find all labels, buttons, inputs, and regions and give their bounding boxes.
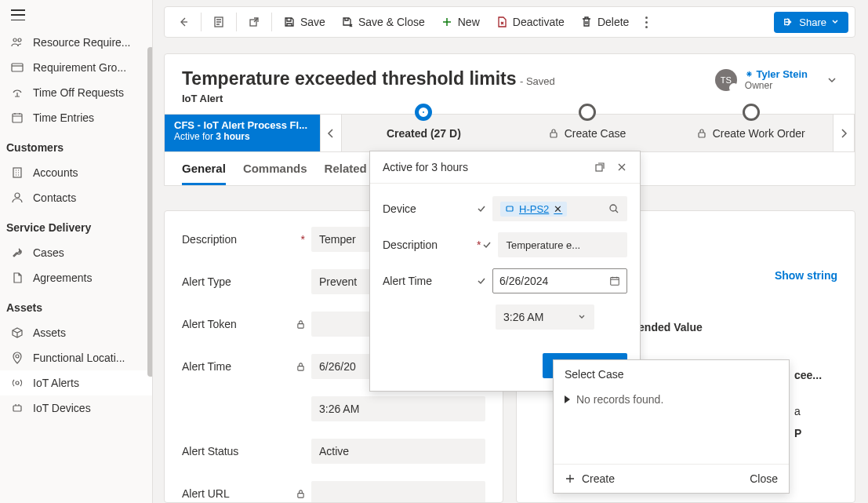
sidebar-section-customers: Customers bbox=[0, 130, 152, 160]
sidebar-item-requirement-groups[interactable]: Requirement Gro... bbox=[0, 55, 152, 80]
bpf-stage-created[interactable]: Created (27 D) bbox=[342, 115, 506, 151]
owner-field[interactable]: TS ⁕ Tyler Stein Owner bbox=[715, 68, 837, 91]
flyout-description-label: Description bbox=[383, 239, 477, 251]
lock-icon bbox=[296, 363, 311, 371]
lookup-close-button[interactable]: Close bbox=[750, 472, 778, 485]
bpf-flow-info[interactable]: CFS - IoT Alert Process Fl... Active for… bbox=[165, 115, 320, 151]
flyout-description-input[interactable]: Temperature e... bbox=[498, 232, 627, 257]
chevron-down-icon bbox=[577, 312, 587, 322]
sidebar-item-cases[interactable]: Cases bbox=[0, 240, 152, 265]
lookup-pill[interactable]: H-PS2 ✕ bbox=[500, 202, 567, 217]
sidebar-scrollbar[interactable] bbox=[147, 47, 153, 377]
new-button[interactable]: New bbox=[434, 11, 486, 33]
save-close-button[interactable]: Save & Close bbox=[335, 11, 431, 33]
plus-icon bbox=[565, 473, 576, 484]
dock-icon[interactable] bbox=[594, 162, 605, 173]
flyout-device-label: Device bbox=[383, 202, 477, 215]
sidebar-item-accounts[interactable]: Accounts bbox=[0, 160, 152, 185]
sidebar-item-assets[interactable]: Assets bbox=[0, 320, 152, 345]
svg-rect-3 bbox=[13, 114, 22, 122]
flyout-time-input[interactable]: 3:26 AM bbox=[496, 304, 594, 330]
expand-icon[interactable] bbox=[565, 395, 570, 403]
sidebar-item-label: Requirement Gro... bbox=[33, 61, 126, 74]
sidebar-item-contacts[interactable]: Contacts bbox=[0, 185, 152, 210]
tab-related[interactable]: Related bbox=[325, 162, 367, 185]
alert-status-label: Alert Status bbox=[182, 445, 311, 457]
bpf-stage-label: Created (27 D) bbox=[387, 127, 461, 140]
sidebar-item-functional-locations[interactable]: Functional Locati... bbox=[0, 345, 152, 370]
svg-rect-2 bbox=[12, 64, 23, 71]
flyout-device-lookup[interactable]: H-PS2 ✕ bbox=[492, 196, 627, 221]
sidebar-item-agreements[interactable]: Agreements bbox=[0, 265, 152, 290]
popout-button[interactable] bbox=[242, 11, 267, 33]
tab-commands[interactable]: Commands bbox=[243, 162, 307, 185]
close-icon[interactable] bbox=[616, 162, 627, 173]
command-bar: Save Save & Close New Deactivate Delete bbox=[164, 6, 855, 38]
owner-name[interactable]: ⁕ Tyler Stein bbox=[745, 68, 808, 80]
iot-alert-icon bbox=[11, 377, 24, 389]
sidebar-item-iot-devices[interactable]: IoT Devices bbox=[0, 395, 152, 421]
people-icon bbox=[11, 36, 24, 49]
chevron-down-icon[interactable] bbox=[826, 75, 837, 86]
group-icon bbox=[11, 61, 24, 74]
svg-point-6 bbox=[16, 355, 19, 358]
plus-icon bbox=[441, 16, 453, 28]
bpf-next-button[interactable] bbox=[833, 115, 855, 151]
share-button[interactable]: Share bbox=[774, 12, 848, 33]
cube-icon bbox=[11, 326, 24, 339]
lookup-title: Select Case bbox=[554, 360, 789, 388]
chevron-down-icon bbox=[831, 18, 839, 26]
lock-icon bbox=[697, 129, 706, 138]
deactivate-icon bbox=[496, 16, 508, 28]
deactivate-button[interactable]: Deactivate bbox=[489, 11, 571, 33]
bpf-prev-button[interactable] bbox=[320, 115, 342, 151]
save-button[interactable]: Save bbox=[277, 11, 332, 33]
flyout-date-input[interactable]: 6/26/2024 bbox=[492, 268, 627, 293]
sidebar-item-time-off[interactable]: Time Off Requests bbox=[0, 80, 152, 105]
save-close-icon bbox=[341, 16, 354, 28]
iot-device-icon bbox=[11, 402, 24, 414]
calendar-icon[interactable] bbox=[609, 275, 620, 286]
sidebar-item-label: Functional Locati... bbox=[33, 352, 125, 364]
check-icon bbox=[482, 240, 492, 250]
bpf-stage-indicator-icon bbox=[579, 104, 596, 121]
remove-lookup-icon[interactable]: ✕ bbox=[554, 203, 562, 215]
hamburger-icon bbox=[11, 9, 25, 20]
search-icon[interactable] bbox=[608, 203, 619, 214]
svg-rect-4 bbox=[13, 168, 21, 177]
sidebar-item-resource-requirements[interactable]: Resource Require... bbox=[0, 30, 152, 55]
hamburger-button[interactable] bbox=[0, 0, 152, 30]
sidebar: Resource Require... Requirement Gro... T… bbox=[0, 0, 153, 503]
avatar: TS bbox=[715, 69, 737, 91]
date-value: 6/26/2024 bbox=[499, 275, 548, 287]
tab-general[interactable]: General bbox=[182, 162, 226, 185]
record-title: Temperature exceeded threshold limits bbox=[182, 68, 517, 89]
delete-button[interactable]: Delete bbox=[574, 11, 635, 33]
svg-rect-20 bbox=[611, 278, 619, 286]
lookup-create-button[interactable]: Create bbox=[565, 472, 615, 485]
back-button[interactable] bbox=[171, 11, 196, 33]
bpf-active-indicator-icon bbox=[415, 104, 432, 121]
lookup-value: H-PS2 bbox=[519, 203, 549, 215]
sidebar-item-label: IoT Alerts bbox=[33, 377, 79, 389]
alert-url-label: Alert URL bbox=[182, 487, 311, 500]
create-label: Create bbox=[582, 472, 615, 485]
bpf-stage-create-case[interactable]: Create Case bbox=[506, 115, 670, 151]
sidebar-item-time-entries[interactable]: Time Entries bbox=[0, 105, 152, 130]
device-icon bbox=[505, 204, 514, 213]
sidebar-item-label: Accounts bbox=[33, 166, 78, 179]
bpf-stage-create-work-order[interactable]: Create Work Order bbox=[669, 115, 833, 151]
bpf-stage-flyout: Active for 3 hours Device H-PS2 ✕ bbox=[369, 151, 641, 392]
show-string-link[interactable]: Show string bbox=[775, 269, 837, 282]
alert-url-input bbox=[311, 481, 485, 503]
more-commands-button[interactable] bbox=[638, 10, 654, 35]
view-button[interactable] bbox=[206, 11, 231, 33]
alert-time-input: 3:26 AM bbox=[311, 396, 485, 421]
svg-rect-13 bbox=[699, 133, 705, 137]
alert-status-input[interactable]: Active bbox=[311, 439, 485, 464]
bpf-flow-name: CFS - IoT Alert Process Fl... bbox=[174, 119, 311, 131]
svg-rect-17 bbox=[596, 165, 602, 171]
sidebar-section-assets: Assets bbox=[0, 290, 152, 320]
sidebar-item-iot-alerts[interactable]: IoT Alerts bbox=[0, 370, 152, 395]
svg-rect-15 bbox=[298, 366, 303, 370]
